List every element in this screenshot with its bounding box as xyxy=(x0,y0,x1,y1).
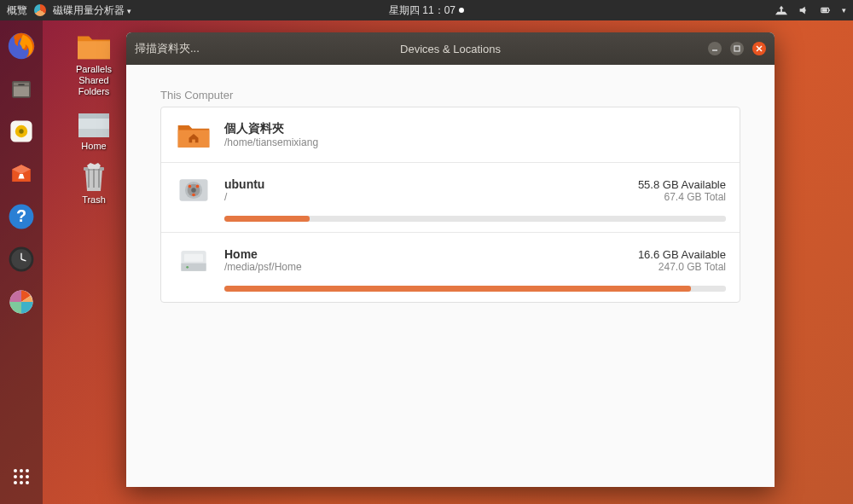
app-menu-button[interactable]: 磁碟用量分析器 ▾ xyxy=(53,3,131,18)
svg-point-20 xyxy=(26,469,29,472)
svg-rect-2 xyxy=(822,9,827,12)
chevron-down-icon: ▾ xyxy=(842,6,846,14)
item-name: ubuntu xyxy=(224,177,264,191)
item-name: 個人資料夾 xyxy=(224,121,318,136)
top-panel: 概覽 磁碟用量分析器 ▾ 星期四 11：07 ▾ xyxy=(0,0,853,20)
svg-rect-44 xyxy=(184,254,203,262)
item-path: /home/tiansemixiang xyxy=(224,136,318,148)
volume-icon xyxy=(798,4,809,16)
section-label: This Computer xyxy=(160,89,740,101)
location-item-ubuntu[interactable]: ubuntu / 55.8 GB Available 67.4 GB Total xyxy=(161,163,740,233)
svg-rect-7 xyxy=(18,84,24,85)
battery-icon xyxy=(820,4,832,16)
svg-rect-32 xyxy=(734,46,740,51)
svg-point-25 xyxy=(20,481,23,484)
notification-dot-icon xyxy=(459,8,464,13)
disk-usage-analyzer-icon[interactable] xyxy=(4,285,38,319)
desktop-icon-home[interactable]: Home xyxy=(64,107,124,152)
drive-external-icon xyxy=(175,243,212,277)
svg-rect-43 xyxy=(181,264,206,271)
firefox-icon[interactable] xyxy=(4,29,38,63)
svg-point-24 xyxy=(14,481,17,484)
desktop-icon-trash[interactable]: Trash xyxy=(64,160,124,206)
item-path: /media/psf/Home xyxy=(224,261,302,273)
home-folder-icon xyxy=(175,118,212,152)
desktop-icons: Parallels Shared Folders Home Trash xyxy=(64,30,124,206)
svg-text:?: ? xyxy=(16,206,26,225)
svg-rect-29 xyxy=(78,129,109,137)
close-button[interactable] xyxy=(752,42,766,55)
activities-button[interactable]: 概覽 xyxy=(7,3,27,18)
titlebar[interactable]: 掃描資料夾... Devices & Locations xyxy=(126,32,775,65)
svg-rect-1 xyxy=(829,9,830,11)
item-total: 247.0 GB Total xyxy=(638,261,726,273)
usage-progress-bar xyxy=(224,286,726,292)
app-indicator-icon xyxy=(34,4,46,16)
svg-point-22 xyxy=(20,475,23,478)
svg-point-23 xyxy=(26,475,29,478)
locations-list: 個人資料夾 /home/tiansemixiang ubuntu / xyxy=(160,107,740,303)
svg-point-41 xyxy=(192,194,195,197)
svg-point-10 xyxy=(19,129,23,133)
item-available: 55.8 GB Available xyxy=(638,178,726,191)
item-total: 67.4 GB Total xyxy=(638,191,726,203)
desktop-icon-parallels[interactable]: Parallels Shared Folders xyxy=(64,30,124,98)
item-name: Home xyxy=(224,247,302,261)
system-tray[interactable]: ▾ xyxy=(775,4,853,16)
svg-point-26 xyxy=(26,481,29,484)
svg-rect-6 xyxy=(14,86,29,96)
disk-usage-window: 掃描資料夾... Devices & Locations This Comput… xyxy=(126,32,775,487)
minimize-button[interactable] xyxy=(708,42,722,55)
window-title: Devices & Locations xyxy=(400,43,501,55)
svg-point-38 xyxy=(191,188,196,193)
usage-progress-bar xyxy=(224,216,726,222)
item-available: 16.6 GB Available xyxy=(638,248,726,261)
scan-folder-button[interactable]: 掃描資料夾... xyxy=(135,41,200,56)
clock[interactable]: 星期四 11：07 xyxy=(389,3,464,18)
software-center-icon[interactable] xyxy=(4,157,38,191)
svg-point-18 xyxy=(14,469,17,472)
svg-point-40 xyxy=(196,185,200,188)
show-applications-icon[interactable] xyxy=(4,460,38,494)
svg-rect-28 xyxy=(78,113,109,119)
location-item-home-folder[interactable]: 個人資料夾 /home/tiansemixiang xyxy=(161,107,740,163)
files-icon[interactable] xyxy=(4,72,38,106)
svg-point-21 xyxy=(14,475,17,478)
clock-app-icon[interactable] xyxy=(4,242,38,276)
network-icon xyxy=(775,4,787,16)
rhythmbox-icon[interactable] xyxy=(4,114,38,148)
launcher-dock: ? xyxy=(0,20,43,504)
svg-point-19 xyxy=(20,469,23,472)
item-path: / xyxy=(224,191,264,203)
svg-point-45 xyxy=(186,266,189,269)
location-item-external-home[interactable]: Home /media/psf/Home 16.6 GB Available 2… xyxy=(161,233,740,302)
svg-point-39 xyxy=(189,185,192,188)
maximize-button[interactable] xyxy=(730,42,744,55)
drive-ubuntu-icon xyxy=(175,173,212,207)
help-icon[interactable]: ? xyxy=(4,200,38,234)
